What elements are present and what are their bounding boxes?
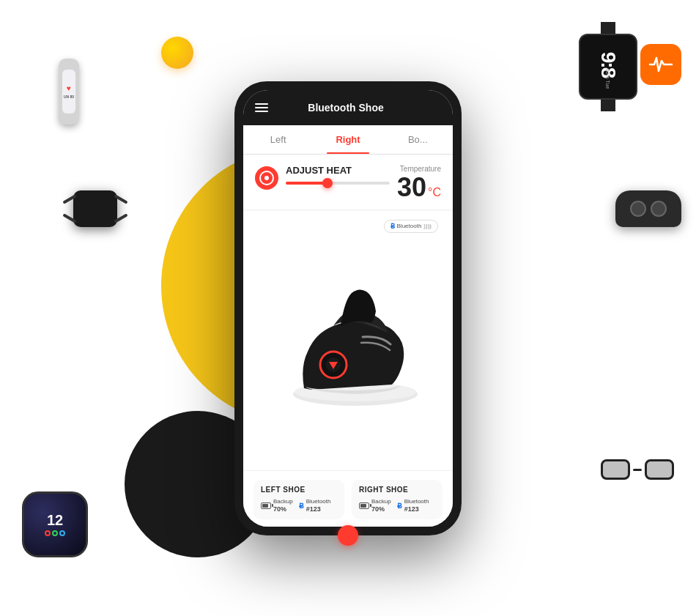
- tab-left[interactable]: Left: [243, 125, 313, 154]
- ring-red: [45, 530, 51, 536]
- fitness-tracker-device: ♥ UN 80: [59, 59, 79, 125]
- app-title: Bluetooth Shoe: [268, 102, 423, 114]
- temperature-value-wrap: 30 °C: [397, 174, 441, 201]
- ring-blue: [59, 530, 65, 536]
- left-battery-value: 70%: [273, 505, 293, 513]
- left-battery-label: Backup: [273, 498, 293, 505]
- right-battery-info: Backup 70%: [359, 498, 391, 513]
- bluetooth-symbol: Ƀ: [390, 223, 395, 230]
- activity-rings: [45, 530, 65, 536]
- heat-label: ADJUST HEAT: [286, 165, 390, 176]
- tab-both[interactable]: Bo...: [383, 125, 453, 154]
- health-app-icon: [640, 44, 681, 85]
- phone-device: Bluetooth Shoe Left Right Bo...: [234, 81, 462, 535]
- drone-gadget: [73, 190, 117, 227]
- heat-icon-ring: [259, 171, 274, 185]
- left-shoe-title: LEFT SHOE: [261, 486, 337, 494]
- shoe-image: [267, 271, 429, 410]
- phone-screen: Bluetooth Shoe Left Right Bo...: [243, 90, 453, 527]
- smart-glasses-device: [601, 455, 674, 484]
- vr-lens-left: [630, 201, 646, 217]
- temperature-value: 30: [397, 174, 426, 201]
- left-bt-label: Bluetooth: [306, 498, 331, 505]
- heat-icon: [255, 166, 278, 190]
- bluetooth-icon-left: Ƀ: [299, 502, 304, 510]
- left-shoe-stats: Backup 70% Ƀ Bluetooth #123: [261, 498, 337, 513]
- tab-right[interactable]: Right: [313, 125, 382, 154]
- heart-rate-icon: [648, 52, 673, 77]
- battery-fill-left: [262, 504, 268, 508]
- left-bluetooth-info: Ƀ Bluetooth #123: [299, 498, 331, 513]
- shoe-display-area: Ƀ Bluetooth )))): [243, 211, 453, 471]
- right-shoe-title: RIGHT SHOE: [359, 486, 435, 494]
- glasses-frame-left: [601, 459, 630, 480]
- apple-watch-time: 12: [47, 513, 63, 527]
- menu-line-3: [255, 111, 268, 112]
- tracker-text: UN 80: [64, 94, 74, 99]
- temperature-unit: °C: [428, 186, 441, 199]
- glasses-frame-right: [645, 459, 674, 480]
- glasses-bridge: [633, 469, 641, 471]
- battery-fill-right: [360, 504, 366, 508]
- bluetooth-badge: Ƀ Bluetooth )))): [384, 220, 438, 233]
- heat-icon-dot: [264, 176, 269, 180]
- battery-icon-right: [359, 502, 369, 509]
- watch-subtitle: 80% Tue: [605, 68, 610, 89]
- heat-slider-fill: [286, 182, 327, 185]
- yellow-sphere-decoration: [161, 37, 193, 69]
- left-shoe-card: LEFT SHOE Backup 70% Ƀ: [253, 480, 344, 519]
- phone-body: Bluetooth Shoe Left Right Bo...: [234, 81, 462, 535]
- bluetooth-badge-text: Bluetooth: [397, 223, 422, 229]
- shoe-info-section: LEFT SHOE Backup 70% Ƀ: [243, 470, 453, 526]
- right-shoe-stats: Backup 70% Ƀ Bluetooth #123: [359, 498, 435, 513]
- app-header: Bluetooth Shoe: [243, 90, 453, 125]
- signal-waves: )))): [423, 223, 432, 229]
- temperature-display: Temperature 30 °C: [397, 165, 441, 201]
- right-battery-label: Backup: [371, 498, 391, 505]
- heat-control-section: ADJUST HEAT Temperature 30 °C: [243, 155, 453, 209]
- left-battery-info: Backup 70%: [261, 498, 293, 513]
- right-bt-value: #123: [404, 505, 429, 513]
- bluetooth-icon-right: Ƀ: [397, 502, 402, 510]
- heat-slider-section: ADJUST HEAT: [286, 165, 390, 185]
- menu-line-2: [255, 107, 268, 108]
- menu-button[interactable]: [255, 103, 268, 112]
- vr-headset-device: [615, 190, 681, 227]
- tab-bar: Left Right Bo...: [243, 125, 453, 155]
- vr-lens-right: [651, 201, 667, 217]
- right-bt-label: Bluetooth: [404, 498, 429, 505]
- heat-slider-track[interactable]: [286, 182, 390, 185]
- right-shoe-card: RIGHT SHOE Backup 70% Ƀ: [352, 480, 443, 519]
- tab-both-label: Bo...: [408, 134, 428, 145]
- right-battery-value: 70%: [371, 505, 391, 513]
- heart-icon: ♥: [67, 84, 71, 92]
- smart-watch-device: 9:8 80% Tue: [579, 22, 637, 111]
- right-bluetooth-info: Ƀ Bluetooth #123: [397, 498, 429, 513]
- ring-green: [52, 530, 58, 536]
- phone-home-button[interactable]: [338, 525, 358, 546]
- menu-line-1: [255, 103, 268, 105]
- apple-watch-device: 12: [22, 491, 88, 557]
- battery-icon-left: [261, 502, 271, 509]
- left-bt-value: #123: [306, 505, 331, 513]
- heat-slider-thumb[interactable]: [322, 178, 333, 188]
